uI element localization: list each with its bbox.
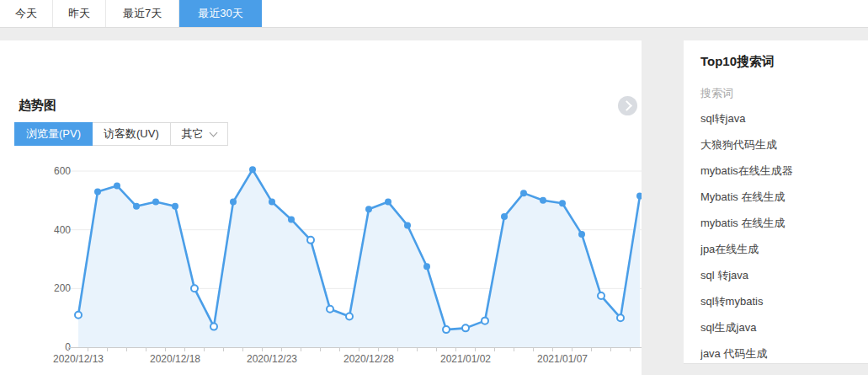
data-point-marker [114, 182, 120, 189]
search-word-item-5: jpa在线生成 [700, 236, 860, 262]
expand-report-button[interactable] [618, 96, 637, 115]
date-range-tabbar: 今天昨天最近7天最近30天 [0, 0, 868, 28]
data-point-marker [598, 292, 604, 299]
data-point-marker [269, 199, 275, 206]
data-point-marker [423, 263, 430, 270]
data-point-marker [75, 312, 82, 319]
search-word-item-2: mybatis在线生成器 [700, 158, 860, 184]
data-point-marker [462, 324, 469, 331]
chevron-down-icon [209, 128, 217, 137]
metric-tab-0[interactable]: 浏览量(PV) [14, 122, 93, 146]
data-point-marker [404, 222, 411, 228]
data-point-marker [559, 200, 566, 206]
data-point-marker [191, 285, 198, 292]
y-axis-tick-label: 200 [54, 282, 71, 294]
data-point-marker [307, 237, 314, 244]
data-point-marker [365, 206, 372, 212]
date-range-tab-1[interactable]: 昨天 [53, 0, 106, 27]
metric-tab-1[interactable]: 访客数(UV) [92, 122, 171, 146]
search-word-item-8: sql生成java [700, 314, 860, 340]
date-range-tab-3[interactable]: 最近30天 [179, 0, 261, 27]
trend-panel: 趋势图 浏览量(PV)访客数(UV)其它 02004006002020/12/1… [0, 40, 642, 375]
x-axis-tick-label: 2021/01/02 [440, 353, 491, 365]
x-axis-tick-label: 2020/12/18 [150, 353, 200, 365]
metric-tab-label: 浏览量(PV) [26, 126, 81, 142]
metric-tab-label: 其它 [182, 126, 204, 142]
data-point-marker [443, 326, 450, 333]
data-point-marker [617, 314, 624, 321]
date-range-tab-0[interactable]: 今天 [0, 0, 53, 27]
data-point-marker [636, 193, 642, 200]
search-word-item-0: sql转java [700, 105, 860, 131]
data-point-marker [346, 313, 353, 319]
top10-search-words-panel: Top10搜索词 搜索词 sql转java大狼狗代码生成mybatis在线生成器… [684, 40, 868, 364]
x-axis-tick-label: 2020/12/23 [247, 353, 297, 365]
trend-line-chart: 02004006002020/12/132020/12/182020/12/23… [0, 158, 642, 371]
search-word-item-3: Mybatis 在线生成 [700, 184, 860, 210]
data-point-marker [152, 199, 159, 206]
chevron-right-icon [621, 100, 632, 111]
data-point-marker [288, 216, 295, 222]
search-word-item-1: 大狼狗代码生成 [700, 131, 860, 158]
data-point-marker [578, 231, 585, 238]
data-point-marker [249, 166, 256, 173]
search-word-column-header: 搜索词 [700, 86, 860, 103]
metric-tab-2[interactable]: 其它 [170, 122, 228, 146]
y-axis-tick-label: 600 [54, 165, 71, 177]
x-axis-tick-label: 2020/12/28 [343, 353, 394, 365]
data-point-marker [540, 197, 546, 204]
date-range-tab-2[interactable]: 最近7天 [106, 0, 179, 27]
data-point-marker [230, 199, 237, 206]
trend-panel-title: 趋势图 [19, 98, 56, 114]
x-axis-tick-label: 2021/01/07 [537, 353, 588, 365]
data-point-marker [385, 199, 391, 206]
y-axis-tick-label: 400 [54, 224, 71, 236]
x-axis-tick-label: 2020/12/13 [53, 353, 104, 365]
search-word-item-7: sql转mybatis [700, 288, 860, 314]
metric-tabs: 浏览量(PV)访客数(UV)其它 [14, 122, 228, 146]
search-word-list: sql转java大狼狗代码生成mybatis在线生成器Mybatis 在线生成m… [700, 105, 860, 364]
search-word-item-6: sql 转java [700, 262, 860, 288]
data-point-marker [133, 203, 140, 210]
data-point-marker [520, 190, 527, 196]
data-point-marker [501, 213, 508, 220]
data-point-marker [482, 318, 488, 324]
chart-svg: 02004006002020/12/132020/12/182020/12/23… [0, 158, 642, 371]
top10-panel-title: Top10搜索词 [700, 54, 860, 71]
search-word-item-4: mybatis 在线生成 [700, 210, 860, 236]
data-point-marker [210, 324, 217, 330]
metric-tab-label: 访客数(UV) [104, 126, 159, 142]
data-point-marker [94, 188, 101, 195]
search-word-item-9: java 代码生成 [700, 340, 860, 364]
data-point-marker [327, 306, 333, 313]
data-point-marker [172, 203, 178, 210]
